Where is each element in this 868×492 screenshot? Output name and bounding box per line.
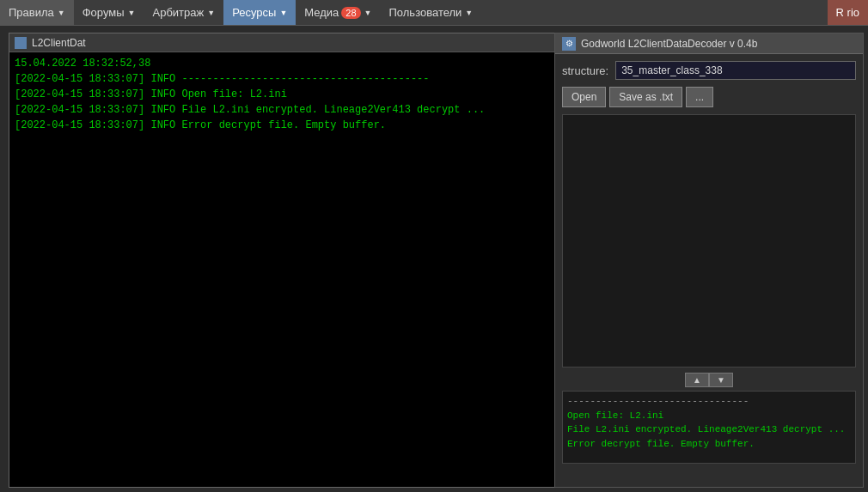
nav-arrow-resursy: ▼ [279,9,287,17]
nav-arrow-pravila: ▼ [58,9,65,17]
decoder-titlebar: ⚙ Godworld L2ClientDataDecoder v 0.4b [555,33,863,54]
nav-label-media: Медиа [304,6,339,19]
structure-input[interactable] [615,61,856,80]
nav-label-resursy: Ресурсы [232,6,276,19]
decoder-window: ⚙ Godworld L2ClientDataDecoder v 0.4b st… [554,33,864,488]
scroll-bar: ▲ ▼ [562,373,856,387]
terminal-line: [2022-04-15 18:33:07] INFO Open file: L2… [15,87,553,102]
log-separator: -------------------------------- [567,394,851,409]
decoder-buttons: Open Save as .txt ... [562,87,856,107]
navbar: Правила ▼ Форумы ▼ Арбитраж ▼ Ресурсы ▼ … [0,0,868,26]
decoder-title: Godworld L2ClientDataDecoder v 0.4b [581,38,757,50]
extra-button[interactable]: ... [686,87,713,107]
nav-arrow-arbitraj: ▼ [207,9,215,17]
log-line: Error decrypt file. Empty buffer. [567,437,851,452]
decoder-content: structure: Open Save as .txt ... ▲ ▼ ---… [555,54,863,471]
media-badge: 28 [341,7,360,19]
decoder-display [562,114,856,367]
nav-label-forumi: Форумы [83,6,125,19]
decoder-log: --------------------------------Open fil… [562,391,856,464]
main-area: L2ClientDat 15.04.2022 18:32:52,38[2022-… [0,26,868,492]
nav-item-media[interactable]: Медиа 28 ▼ [296,0,380,25]
terminal-line: [2022-04-15 18:33:07] INFO File L2.ini e… [15,102,553,118]
open-button[interactable]: Open [562,87,606,107]
nav-item-polzovateli[interactable]: Пользователи ▼ [380,0,481,25]
nav-label-arbitraj: Арбитраж [152,6,204,19]
terminal-line: 15.04.2022 18:32:52,38 [15,56,553,71]
nav-item-user[interactable]: R rio [828,0,868,25]
save-button[interactable]: Save as .txt [609,87,682,107]
nav-label-pravila: Правила [9,6,54,19]
terminal-body[interactable]: 15.04.2022 18:32:52,38[2022-04-15 18:33:… [9,52,558,487]
nav-item-arbitraj[interactable]: Арбитраж ▼ [144,0,223,25]
terminal-titlebar: L2ClientDat [9,33,558,52]
nav-item-resursy[interactable]: Ресурсы ▼ [223,0,296,25]
nav-item-forumi[interactable]: Форумы ▼ [74,0,144,25]
svg-rect-0 [16,39,25,47]
nav-user-label: R rio [836,6,859,19]
scroll-down-button[interactable]: ▼ [709,373,733,387]
terminal-line: [2022-04-15 18:33:07] INFO -------------… [15,71,553,87]
structure-label: structure: [562,64,608,77]
nav-arrow-forumi: ▼ [128,9,136,17]
nav-label-polzovateli: Пользователи [388,6,462,19]
nav-arrow-media: ▼ [364,9,372,17]
terminal-window: L2ClientDat 15.04.2022 18:32:52,38[2022-… [9,33,559,488]
terminal-icon [15,37,27,49]
nav-arrow-polzovateli: ▼ [465,9,473,17]
nav-item-pravila[interactable]: Правила ▼ [0,0,74,25]
structure-row: structure: [562,61,856,80]
terminal-title: L2ClientDat [32,37,86,49]
scroll-up-button[interactable]: ▲ [685,373,709,387]
log-line: Open file: L2.ini [567,409,851,423]
terminal-line: [2022-04-15 18:33:07] INFO Error decrypt… [15,118,553,133]
decoder-icon: ⚙ [562,37,576,51]
log-line: File L2.ini encrypted. Lineage2Ver413 de… [567,422,851,437]
